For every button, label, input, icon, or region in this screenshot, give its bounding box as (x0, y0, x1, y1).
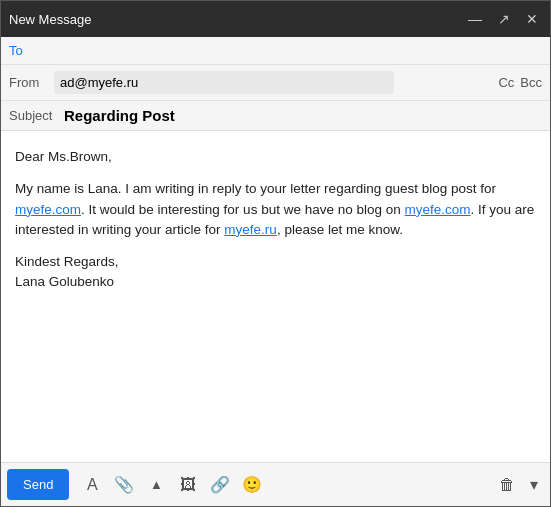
send-button[interactable]: Send (7, 469, 69, 500)
link-button[interactable]: 🔗 (205, 470, 235, 500)
body-text-1: My name is Lana. I am writing in reply t… (15, 181, 496, 196)
compose-window: New Message — ↗ ✕ To From Cc Bcc Subject (0, 0, 551, 507)
subject-label: Subject (9, 108, 64, 123)
minimize-button[interactable]: — (464, 10, 486, 28)
delete-icon: 🗑 (499, 476, 515, 494)
emoji-button[interactable]: 🙂 (237, 470, 267, 500)
to-row: To (1, 37, 550, 65)
link-myefe-1[interactable]: myefe.com (15, 202, 81, 217)
close-button[interactable]: ✕ (522, 10, 542, 28)
emoji-icon: 🙂 (242, 475, 262, 494)
to-label: To (9, 43, 54, 58)
link-icon: 🔗 (210, 475, 230, 494)
maximize-button[interactable]: ↗ (494, 10, 514, 28)
more-options-button[interactable]: ▾ (524, 471, 544, 498)
cc-bcc-buttons: Cc Bcc (498, 75, 542, 90)
body-text-4: , please let me know. (277, 222, 403, 237)
delete-button[interactable]: 🗑 (492, 470, 522, 500)
greeting: Dear Ms.Brown, (15, 147, 536, 167)
drive-icon: ▲ (150, 477, 163, 492)
image-icon: 🖼 (180, 476, 196, 494)
subject-row: Subject (1, 101, 550, 130)
compose-body[interactable]: Dear Ms.Brown, My name is Lana. I am wri… (1, 131, 550, 462)
attach-icon: 📎 (114, 475, 134, 494)
font-format-button[interactable]: A (77, 470, 107, 500)
attach-button[interactable]: 📎 (109, 470, 139, 500)
chevron-down-icon: ▾ (530, 476, 538, 493)
window-controls: — ↗ ✕ (464, 10, 542, 28)
to-input[interactable] (54, 43, 542, 58)
toolbar-right: 🗑 ▾ (492, 470, 544, 500)
compose-toolbar: Send A 📎 ▲ 🖼 🔗 🙂 🗑 ▾ (1, 462, 550, 506)
link-myefe-2[interactable]: myefe.com (404, 202, 470, 217)
sign-line-2: Lana Golubenko (15, 274, 114, 289)
from-input[interactable] (54, 71, 394, 94)
body-text-2: . It would be interesting for us but we … (81, 202, 404, 217)
title-bar: New Message — ↗ ✕ (1, 1, 550, 37)
drive-button[interactable]: ▲ (141, 470, 171, 500)
compose-header: To From Cc Bcc Subject (1, 37, 550, 131)
subject-input[interactable] (64, 107, 542, 124)
body-paragraph: My name is Lana. I am writing in reply t… (15, 179, 536, 240)
from-label: From (9, 75, 54, 90)
cc-button[interactable]: Cc (498, 75, 514, 90)
from-row: From Cc Bcc (1, 65, 550, 101)
window-title: New Message (9, 12, 464, 27)
font-icon: A (87, 476, 98, 494)
signature: Kindest Regards, Lana Golubenko (15, 252, 536, 293)
sign-line-1: Kindest Regards, (15, 254, 119, 269)
image-button[interactable]: 🖼 (173, 470, 203, 500)
link-myefe-ru[interactable]: myefe.ru (224, 222, 277, 237)
bcc-button[interactable]: Bcc (520, 75, 542, 90)
